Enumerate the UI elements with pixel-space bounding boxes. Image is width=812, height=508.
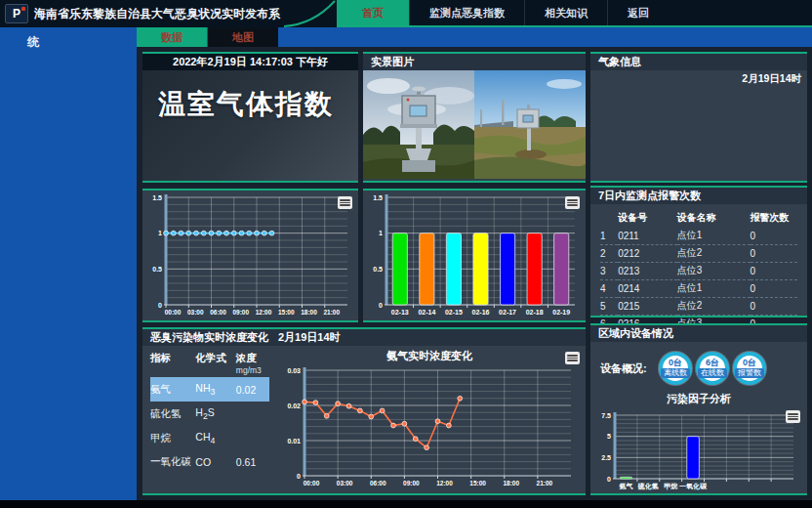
svg-text:1: 1 [379,230,383,236]
offline-count-value: 0台 [669,359,682,367]
col-device-name: 设备名称 [677,209,751,228]
svg-text:02-17: 02-17 [499,309,516,316]
svg-text:09:00: 09:00 [403,480,420,487]
alarm-count-label: 报警数 [735,368,764,378]
svg-text:21:00: 21:00 [323,309,340,316]
table-cell: 3 [600,263,618,280]
table-cell: 0.02 [236,377,269,402]
svg-text:一氧化碳: 一氧化碳 [679,483,708,490]
pollutant-row[interactable]: 氨气NH30.02 [150,377,269,402]
table-cell: H2S [195,402,235,426]
view-tabbar: 数据 地图 [137,27,812,47]
device-overview-label: 设备概况: [600,361,655,376]
chart-menu-icon[interactable] [565,196,580,209]
table-cell: NH3 [195,377,235,402]
svg-text:21:00: 21:00 [537,480,553,487]
svg-text:0: 0 [379,302,383,309]
menu-item-back[interactable]: 返回 [607,0,669,25]
main-menu: 首页 监测点恶臭指数 相关知识 返回 [337,0,812,27]
table-cell: 0212 [618,245,677,263]
table-cell: 0.61 [236,450,269,474]
app-title: 海南省乐东黎族自治县大气恶臭状况实时发布系 [34,6,280,22]
svg-text:03:00: 03:00 [337,480,353,487]
table-cell: 甲烷 [150,426,195,450]
pollutant-table-body: 氨气NH30.02硫化氢H2S甲烷CH4一氧化碳CO0.61 [150,377,269,474]
odor-pollutant-panel: 恶臭污染物实时浓度变化 2月19日14时 指标 化学式 浓度 m [142,327,586,495]
table-cell: 点位1 [677,228,751,245]
pollution-factor-title: 污染因子分析 [590,392,807,406]
menu-item-odor-index[interactable]: 监测点恶臭指数 [409,0,524,25]
devices-panel: 区域内设备情况 设备概况: 0台 离线数 6台 在线数 0台 报警数 [590,323,807,495]
decorative-swoosh [284,0,337,27]
svg-text:18:00: 18:00 [503,480,519,487]
svg-text:02-14: 02-14 [418,309,435,316]
greeting-body: 温室气体指数 [142,70,358,181]
chart-menu-icon[interactable] [338,196,352,209]
svg-text:12:00: 12:00 [256,309,272,316]
col-concentration: 浓度 mg/m3 [236,350,269,377]
menu-item-knowledge[interactable]: 相关知识 [524,0,607,25]
photos-panel-title: 实景图片 [371,54,414,70]
table-row: 30213点位30 [600,263,797,280]
online-count-label: 在线数 [698,368,727,378]
svg-text:0.03: 0.03 [287,367,301,374]
table-cell: 点位3 [677,263,751,280]
table-row: 40214点位10 [600,280,797,298]
chart-menu-icon[interactable] [565,352,580,364]
table-row: 50215点位20 [600,298,797,316]
ammonia-line-chart[interactable]: 00.010.020.0300:0003:0006:0009:0012:0015… [273,363,578,489]
odor-index-chart-panel: 00.511.500:0003:0006:0009:0012:0015:0018… [142,189,358,322]
svg-text:15:00: 15:00 [278,309,295,316]
pollutant-table: 指标 化学式 浓度 mg/m3 氨气NH30.02硫化氢H2S甲烷CH4一氧化碳… [150,350,269,474]
dashboard-content: 2022年2月19日 14:17:03 下午好 温室气体指数 00.511.50… [137,47,812,500]
offline-count-label: 离线数 [661,368,690,378]
svg-text:硫化氢: 硫化氢 [637,482,659,490]
left-sidebar: 统 [0,27,137,500]
photos-panel: 实景图片 [363,52,586,183]
svg-text:06:00: 06:00 [210,309,226,316]
tab-data[interactable]: 数据 [137,27,207,47]
svg-text:03:00: 03:00 [187,309,204,316]
svg-text:12:00: 12:00 [436,480,453,487]
col-device-id: 设备号 [618,209,677,228]
chart-menu-icon[interactable] [786,410,800,423]
svg-text:15:00: 15:00 [469,480,486,487]
svg-text:02-16: 02-16 [472,309,490,316]
svg-text:0.02: 0.02 [287,402,301,409]
svg-text:1.5: 1.5 [373,194,383,201]
concentration-unit: mg/m3 [236,365,269,375]
col-alarm-count: 报警次数 [751,209,798,228]
table-cell: CH4 [195,426,235,450]
table-cell: 0 [751,280,798,298]
svg-text:06:00: 06:00 [370,480,386,487]
svg-text:00:00: 00:00 [304,480,320,487]
online-count-value: 6台 [706,359,719,367]
alarm-panel: 7日内监测点报警次数 设备号 设备名称 报警次数 10211点位1020212点… [590,186,807,318]
pollutant-row[interactable]: 一氧化碳CO0.61 [150,450,269,474]
menu-item-home[interactable]: 首页 [337,0,409,25]
odor-panel-title: 恶臭污染物实时浓度变化 [150,329,268,346]
col-indicator: 指标 [150,350,195,377]
table-cell: 硫化氢 [150,402,195,426]
svg-text:09:00: 09:00 [232,309,249,316]
table-cell: CO [195,450,235,474]
tab-map[interactable]: 地图 [208,27,278,47]
table-cell: 点位2 [677,245,751,263]
table-cell: 4 [600,280,618,298]
pollutant-row[interactable]: 硫化氢H2S [150,402,269,426]
daily-index-bar-chart[interactable]: 00.511.502-1302-1402-1502-1602-1702-1802… [363,190,582,318]
page-title: 温室气体指数 [158,86,358,123]
svg-text:0.01: 0.01 [287,438,301,444]
table-cell: 0215 [618,298,677,316]
pollution-factor-bar-chart[interactable]: 02.557.5氨气硫化氢甲烷一氧化碳 [593,408,800,492]
pollutant-row[interactable]: 甲烷CH4 [150,426,269,450]
alarm-panel-title: 7日内监测点报警次数 [598,188,701,204]
table-row: 20212点位20 [600,245,797,263]
station-photo-right [474,70,586,179]
ammonia-chart-title: 氨气实时浓度变化 [273,349,586,363]
table-cell: 0 [751,245,798,263]
devices-panel-title: 区域内设备情况 [598,325,673,342]
svg-text:7.5: 7.5 [601,412,611,419]
top-navbar: P 海南省乐东黎族自治县大气恶臭状况实时发布系 首页 监测点恶臭指数 相关知识 … [0,0,812,27]
odor-index-line-chart[interactable]: 00.511.500:0003:0006:0009:0012:0015:0018… [142,190,354,318]
